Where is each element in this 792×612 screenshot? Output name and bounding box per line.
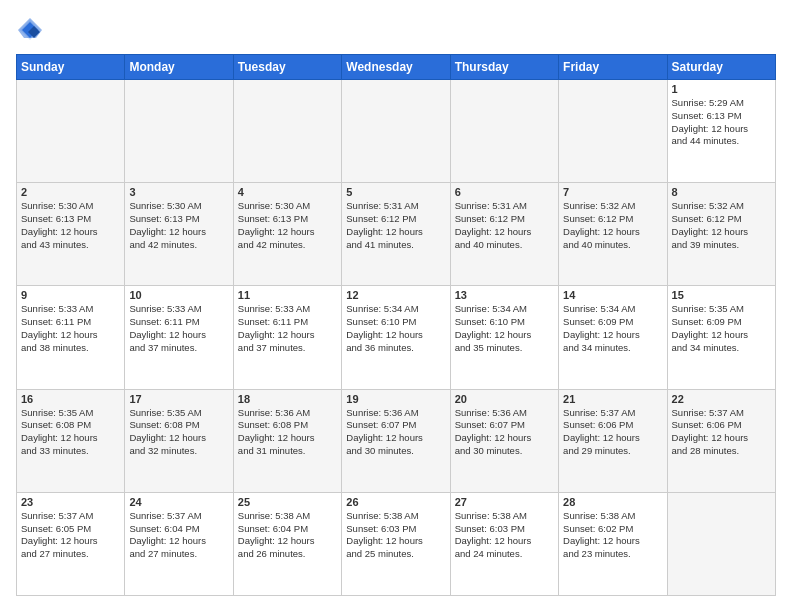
day-number: 2 [21, 186, 120, 198]
day-info: Sunrise: 5:38 AM Sunset: 6:03 PM Dayligh… [346, 510, 445, 561]
day-info: Sunrise: 5:34 AM Sunset: 6:09 PM Dayligh… [563, 303, 662, 354]
day-number: 13 [455, 289, 554, 301]
day-info: Sunrise: 5:36 AM Sunset: 6:07 PM Dayligh… [346, 407, 445, 458]
day-number: 17 [129, 393, 228, 405]
day-info: Sunrise: 5:35 AM Sunset: 6:09 PM Dayligh… [672, 303, 771, 354]
day-number: 3 [129, 186, 228, 198]
calendar-cell [125, 80, 233, 183]
day-info: Sunrise: 5:37 AM Sunset: 6:06 PM Dayligh… [563, 407, 662, 458]
day-number: 28 [563, 496, 662, 508]
day-info: Sunrise: 5:30 AM Sunset: 6:13 PM Dayligh… [21, 200, 120, 251]
calendar-cell: 15Sunrise: 5:35 AM Sunset: 6:09 PM Dayli… [667, 286, 775, 389]
week-row-3: 9Sunrise: 5:33 AM Sunset: 6:11 PM Daylig… [17, 286, 776, 389]
calendar-cell: 26Sunrise: 5:38 AM Sunset: 6:03 PM Dayli… [342, 492, 450, 595]
calendar-cell: 13Sunrise: 5:34 AM Sunset: 6:10 PM Dayli… [450, 286, 558, 389]
calendar-cell: 3Sunrise: 5:30 AM Sunset: 6:13 PM Daylig… [125, 183, 233, 286]
day-number: 6 [455, 186, 554, 198]
day-number: 9 [21, 289, 120, 301]
weekday-header-monday: Monday [125, 55, 233, 80]
day-info: Sunrise: 5:35 AM Sunset: 6:08 PM Dayligh… [21, 407, 120, 458]
calendar: SundayMondayTuesdayWednesdayThursdayFrid… [16, 54, 776, 596]
calendar-cell [17, 80, 125, 183]
day-info: Sunrise: 5:33 AM Sunset: 6:11 PM Dayligh… [238, 303, 337, 354]
day-info: Sunrise: 5:30 AM Sunset: 6:13 PM Dayligh… [238, 200, 337, 251]
calendar-cell: 16Sunrise: 5:35 AM Sunset: 6:08 PM Dayli… [17, 389, 125, 492]
calendar-cell: 8Sunrise: 5:32 AM Sunset: 6:12 PM Daylig… [667, 183, 775, 286]
day-info: Sunrise: 5:37 AM Sunset: 6:05 PM Dayligh… [21, 510, 120, 561]
day-info: Sunrise: 5:37 AM Sunset: 6:04 PM Dayligh… [129, 510, 228, 561]
calendar-cell: 4Sunrise: 5:30 AM Sunset: 6:13 PM Daylig… [233, 183, 341, 286]
day-number: 23 [21, 496, 120, 508]
calendar-cell: 28Sunrise: 5:38 AM Sunset: 6:02 PM Dayli… [559, 492, 667, 595]
calendar-cell: 25Sunrise: 5:38 AM Sunset: 6:04 PM Dayli… [233, 492, 341, 595]
day-info: Sunrise: 5:38 AM Sunset: 6:03 PM Dayligh… [455, 510, 554, 561]
day-number: 8 [672, 186, 771, 198]
day-info: Sunrise: 5:29 AM Sunset: 6:13 PM Dayligh… [672, 97, 771, 148]
day-info: Sunrise: 5:36 AM Sunset: 6:07 PM Dayligh… [455, 407, 554, 458]
day-info: Sunrise: 5:33 AM Sunset: 6:11 PM Dayligh… [21, 303, 120, 354]
weekday-header-row: SundayMondayTuesdayWednesdayThursdayFrid… [17, 55, 776, 80]
day-number: 7 [563, 186, 662, 198]
day-info: Sunrise: 5:37 AM Sunset: 6:06 PM Dayligh… [672, 407, 771, 458]
calendar-cell: 7Sunrise: 5:32 AM Sunset: 6:12 PM Daylig… [559, 183, 667, 286]
calendar-cell [450, 80, 558, 183]
day-info: Sunrise: 5:32 AM Sunset: 6:12 PM Dayligh… [672, 200, 771, 251]
day-number: 19 [346, 393, 445, 405]
day-info: Sunrise: 5:33 AM Sunset: 6:11 PM Dayligh… [129, 303, 228, 354]
day-info: Sunrise: 5:34 AM Sunset: 6:10 PM Dayligh… [455, 303, 554, 354]
day-info: Sunrise: 5:30 AM Sunset: 6:13 PM Dayligh… [129, 200, 228, 251]
weekday-header-saturday: Saturday [667, 55, 775, 80]
weekday-header-thursday: Thursday [450, 55, 558, 80]
day-info: Sunrise: 5:38 AM Sunset: 6:04 PM Dayligh… [238, 510, 337, 561]
calendar-cell: 21Sunrise: 5:37 AM Sunset: 6:06 PM Dayli… [559, 389, 667, 492]
logo [16, 16, 48, 44]
day-number: 5 [346, 186, 445, 198]
weekday-header-friday: Friday [559, 55, 667, 80]
day-info: Sunrise: 5:36 AM Sunset: 6:08 PM Dayligh… [238, 407, 337, 458]
day-number: 24 [129, 496, 228, 508]
calendar-cell: 14Sunrise: 5:34 AM Sunset: 6:09 PM Dayli… [559, 286, 667, 389]
weekday-header-sunday: Sunday [17, 55, 125, 80]
day-number: 12 [346, 289, 445, 301]
day-number: 16 [21, 393, 120, 405]
calendar-cell: 10Sunrise: 5:33 AM Sunset: 6:11 PM Dayli… [125, 286, 233, 389]
week-row-4: 16Sunrise: 5:35 AM Sunset: 6:08 PM Dayli… [17, 389, 776, 492]
calendar-cell: 9Sunrise: 5:33 AM Sunset: 6:11 PM Daylig… [17, 286, 125, 389]
day-number: 10 [129, 289, 228, 301]
day-number: 1 [672, 83, 771, 95]
calendar-cell: 19Sunrise: 5:36 AM Sunset: 6:07 PM Dayli… [342, 389, 450, 492]
calendar-cell: 23Sunrise: 5:37 AM Sunset: 6:05 PM Dayli… [17, 492, 125, 595]
day-info: Sunrise: 5:38 AM Sunset: 6:02 PM Dayligh… [563, 510, 662, 561]
calendar-cell: 22Sunrise: 5:37 AM Sunset: 6:06 PM Dayli… [667, 389, 775, 492]
day-number: 4 [238, 186, 337, 198]
day-number: 27 [455, 496, 554, 508]
day-number: 15 [672, 289, 771, 301]
logo-icon [16, 16, 44, 44]
week-row-5: 23Sunrise: 5:37 AM Sunset: 6:05 PM Dayli… [17, 492, 776, 595]
day-info: Sunrise: 5:31 AM Sunset: 6:12 PM Dayligh… [455, 200, 554, 251]
day-number: 26 [346, 496, 445, 508]
calendar-cell [233, 80, 341, 183]
weekday-header-wednesday: Wednesday [342, 55, 450, 80]
calendar-cell: 17Sunrise: 5:35 AM Sunset: 6:08 PM Dayli… [125, 389, 233, 492]
calendar-cell: 18Sunrise: 5:36 AM Sunset: 6:08 PM Dayli… [233, 389, 341, 492]
calendar-cell: 12Sunrise: 5:34 AM Sunset: 6:10 PM Dayli… [342, 286, 450, 389]
calendar-cell: 24Sunrise: 5:37 AM Sunset: 6:04 PM Dayli… [125, 492, 233, 595]
calendar-cell: 1Sunrise: 5:29 AM Sunset: 6:13 PM Daylig… [667, 80, 775, 183]
week-row-1: 1Sunrise: 5:29 AM Sunset: 6:13 PM Daylig… [17, 80, 776, 183]
calendar-cell: 2Sunrise: 5:30 AM Sunset: 6:13 PM Daylig… [17, 183, 125, 286]
day-info: Sunrise: 5:32 AM Sunset: 6:12 PM Dayligh… [563, 200, 662, 251]
day-info: Sunrise: 5:34 AM Sunset: 6:10 PM Dayligh… [346, 303, 445, 354]
page: SundayMondayTuesdayWednesdayThursdayFrid… [0, 0, 792, 612]
week-row-2: 2Sunrise: 5:30 AM Sunset: 6:13 PM Daylig… [17, 183, 776, 286]
calendar-cell [559, 80, 667, 183]
day-number: 22 [672, 393, 771, 405]
calendar-cell: 27Sunrise: 5:38 AM Sunset: 6:03 PM Dayli… [450, 492, 558, 595]
day-info: Sunrise: 5:35 AM Sunset: 6:08 PM Dayligh… [129, 407, 228, 458]
calendar-cell: 11Sunrise: 5:33 AM Sunset: 6:11 PM Dayli… [233, 286, 341, 389]
day-number: 25 [238, 496, 337, 508]
calendar-cell: 6Sunrise: 5:31 AM Sunset: 6:12 PM Daylig… [450, 183, 558, 286]
day-number: 11 [238, 289, 337, 301]
weekday-header-tuesday: Tuesday [233, 55, 341, 80]
header [16, 16, 776, 44]
